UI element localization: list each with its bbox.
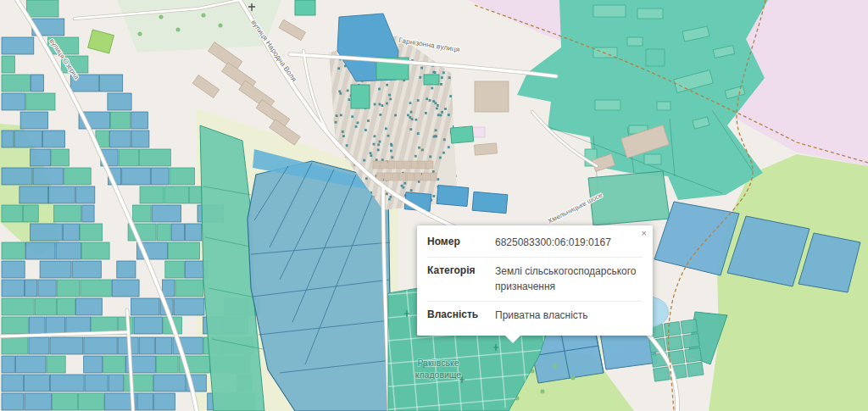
- popup-row-label: Категорія: [427, 264, 488, 294]
- cemetery-label-line2: кладовище: [415, 369, 462, 380]
- popup-row-ownership: Власність Приватна власність: [427, 301, 643, 330]
- cadastral-map-view: вулиця Народна Воля Гарнізонна вулиця Хм…: [0, 0, 868, 411]
- popup-close-icon[interactable]: ×: [642, 229, 647, 238]
- parcel-category-value: Землі сільськогосподарського призначення: [495, 264, 643, 294]
- popup-row-label: Номер: [427, 236, 488, 250]
- popup-row-number: Номер 6825083300:06:019:0167: [427, 229, 643, 257]
- cemetery-label-line1: Ракіївське: [417, 358, 459, 368]
- parcel-number-value: 6825083300:06:019:0167: [495, 236, 643, 250]
- popup-row-category: Категорія Землі сільськогосподарського п…: [427, 257, 643, 301]
- map-canvas[interactable]: вулиця Народна Воля Гарнізонна вулиця Хм…: [0, 0, 868, 411]
- popup-row-label: Власність: [427, 308, 488, 323]
- parcel-info-popup: × Номер 6825083300:06:019:0167 Категорія…: [417, 225, 653, 336]
- parcel-ownership-value: Приватна власність: [495, 308, 643, 323]
